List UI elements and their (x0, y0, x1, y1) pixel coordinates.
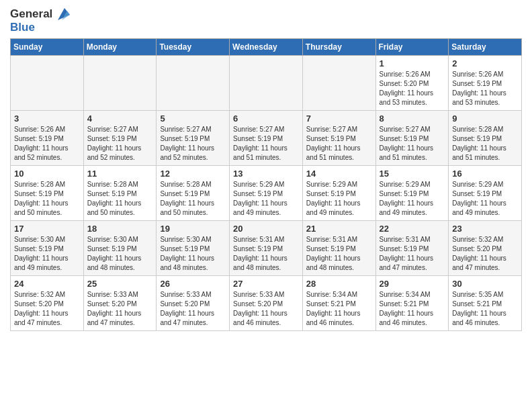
day-number: 5 (160, 113, 226, 124)
day-info: Sunrise: 5:29 AMSunset: 5:19 PMDaylight:… (306, 180, 372, 218)
day-number: 4 (87, 113, 153, 124)
day-number: 13 (233, 169, 299, 179)
day-info: Sunrise: 5:32 AMSunset: 5:20 PMDaylight:… (452, 235, 518, 273)
day-info: Sunrise: 5:32 AMSunset: 5:20 PMDaylight:… (14, 290, 80, 328)
day-cell: 1Sunrise: 5:26 AMSunset: 5:20 PMDaylight… (375, 55, 449, 110)
day-number: 9 (452, 113, 518, 124)
day-info: Sunrise: 5:29 AMSunset: 5:19 PMDaylight:… (380, 180, 445, 218)
week-row-1: 1Sunrise: 5:26 AMSunset: 5:20 PMDaylight… (11, 55, 522, 110)
day-cell: 16Sunrise: 5:29 AMSunset: 5:19 PMDayligh… (449, 165, 522, 220)
day-cell (11, 55, 84, 110)
day-info: Sunrise: 5:29 AMSunset: 5:19 PMDaylight:… (452, 180, 518, 218)
day-cell: 10Sunrise: 5:28 AMSunset: 5:19 PMDayligh… (11, 165, 84, 220)
day-info: Sunrise: 5:34 AMSunset: 5:21 PMDaylight:… (380, 290, 445, 328)
day-info: Sunrise: 5:27 AMSunset: 5:19 PMDaylight:… (233, 125, 299, 163)
week-row-4: 17Sunrise: 5:30 AMSunset: 5:19 PMDayligh… (11, 220, 522, 275)
weekday-header-wednesday: Wednesday (230, 38, 303, 55)
day-number: 7 (306, 113, 372, 124)
day-cell: 20Sunrise: 5:31 AMSunset: 5:19 PMDayligh… (230, 220, 303, 275)
day-info: Sunrise: 5:27 AMSunset: 5:19 PMDaylight:… (160, 125, 226, 163)
day-cell: 5Sunrise: 5:27 AMSunset: 5:19 PMDaylight… (157, 110, 230, 165)
day-number: 25 (87, 279, 153, 289)
day-cell: 3Sunrise: 5:26 AMSunset: 5:19 PMDaylight… (11, 110, 84, 165)
day-number: 16 (452, 169, 518, 179)
day-cell: 4Sunrise: 5:27 AMSunset: 5:19 PMDaylight… (83, 110, 157, 165)
day-info: Sunrise: 5:35 AMSunset: 5:21 PMDaylight:… (452, 290, 518, 328)
day-number: 15 (380, 169, 445, 179)
day-cell: 7Sunrise: 5:27 AMSunset: 5:19 PMDaylight… (302, 110, 375, 165)
day-number: 3 (14, 113, 80, 124)
day-info: Sunrise: 5:28 AMSunset: 5:19 PMDaylight:… (160, 180, 226, 218)
calendar: SundayMondayTuesdayWednesdayThursdayFrid… (10, 38, 522, 331)
day-number: 20 (233, 224, 299, 234)
weekday-header-monday: Monday (83, 38, 157, 55)
day-cell (157, 55, 230, 110)
logo-general: General (10, 8, 52, 21)
day-number: 27 (233, 279, 299, 289)
day-cell: 27Sunrise: 5:33 AMSunset: 5:20 PMDayligh… (230, 275, 303, 330)
day-info: Sunrise: 5:31 AMSunset: 5:19 PMDaylight:… (233, 235, 299, 273)
day-info: Sunrise: 5:30 AMSunset: 5:19 PMDaylight:… (87, 235, 153, 273)
day-cell: 22Sunrise: 5:31 AMSunset: 5:19 PMDayligh… (375, 220, 449, 275)
week-row-5: 24Sunrise: 5:32 AMSunset: 5:20 PMDayligh… (11, 275, 522, 330)
day-cell: 15Sunrise: 5:29 AMSunset: 5:19 PMDayligh… (375, 165, 449, 220)
day-info: Sunrise: 5:31 AMSunset: 5:19 PMDaylight:… (306, 235, 372, 273)
day-cell: 17Sunrise: 5:30 AMSunset: 5:19 PMDayligh… (11, 220, 84, 275)
day-number: 8 (380, 113, 445, 124)
day-cell: 2Sunrise: 5:26 AMSunset: 5:19 PMDaylight… (449, 55, 522, 110)
day-number: 1 (380, 58, 445, 68)
day-info: Sunrise: 5:30 AMSunset: 5:19 PMDaylight:… (160, 235, 226, 273)
day-cell: 25Sunrise: 5:33 AMSunset: 5:20 PMDayligh… (83, 275, 157, 330)
day-number: 12 (160, 169, 226, 179)
day-cell: 28Sunrise: 5:34 AMSunset: 5:21 PMDayligh… (302, 275, 375, 330)
day-number: 28 (306, 279, 372, 289)
day-cell: 8Sunrise: 5:27 AMSunset: 5:19 PMDaylight… (375, 110, 449, 165)
day-cell: 14Sunrise: 5:29 AMSunset: 5:19 PMDayligh… (302, 165, 375, 220)
day-number: 29 (380, 279, 445, 289)
day-number: 22 (380, 224, 445, 234)
day-cell: 21Sunrise: 5:31 AMSunset: 5:19 PMDayligh… (302, 220, 375, 275)
day-info: Sunrise: 5:26 AMSunset: 5:19 PMDaylight:… (14, 125, 80, 163)
week-row-3: 10Sunrise: 5:28 AMSunset: 5:19 PMDayligh… (11, 165, 522, 220)
day-info: Sunrise: 5:30 AMSunset: 5:19 PMDaylight:… (14, 235, 80, 273)
day-cell: 18Sunrise: 5:30 AMSunset: 5:19 PMDayligh… (83, 220, 157, 275)
day-info: Sunrise: 5:26 AMSunset: 5:19 PMDaylight:… (452, 70, 518, 107)
day-cell (230, 55, 303, 110)
day-number: 6 (233, 113, 299, 124)
day-info: Sunrise: 5:33 AMSunset: 5:20 PMDaylight:… (160, 290, 226, 328)
day-info: Sunrise: 5:33 AMSunset: 5:20 PMDaylight:… (87, 290, 153, 328)
day-cell: 23Sunrise: 5:32 AMSunset: 5:20 PMDayligh… (449, 220, 522, 275)
day-cell: 11Sunrise: 5:28 AMSunset: 5:19 PMDayligh… (83, 165, 157, 220)
day-number: 14 (306, 169, 372, 179)
day-cell: 12Sunrise: 5:28 AMSunset: 5:19 PMDayligh… (157, 165, 230, 220)
weekday-header-sunday: Sunday (11, 38, 84, 55)
weekday-header-thursday: Thursday (302, 38, 375, 55)
day-info: Sunrise: 5:33 AMSunset: 5:20 PMDaylight:… (233, 290, 299, 328)
day-cell: 24Sunrise: 5:32 AMSunset: 5:20 PMDayligh… (11, 275, 84, 330)
day-cell: 19Sunrise: 5:30 AMSunset: 5:19 PMDayligh… (157, 220, 230, 275)
day-number: 24 (14, 279, 80, 289)
weekday-header-friday: Friday (375, 38, 449, 55)
day-number: 10 (14, 169, 80, 179)
day-number: 18 (87, 224, 153, 234)
day-number: 30 (452, 279, 518, 289)
day-info: Sunrise: 5:34 AMSunset: 5:21 PMDaylight:… (306, 290, 372, 328)
day-number: 11 (87, 169, 153, 179)
day-cell: 29Sunrise: 5:34 AMSunset: 5:21 PMDayligh… (375, 275, 449, 330)
day-cell: 13Sunrise: 5:29 AMSunset: 5:19 PMDayligh… (230, 165, 303, 220)
logo-blue: Blue (10, 21, 70, 34)
day-info: Sunrise: 5:27 AMSunset: 5:19 PMDaylight:… (306, 125, 372, 163)
day-info: Sunrise: 5:27 AMSunset: 5:19 PMDaylight:… (380, 125, 445, 163)
day-info: Sunrise: 5:27 AMSunset: 5:19 PMDaylight:… (87, 125, 153, 163)
logo-icon (52, 7, 70, 21)
day-info: Sunrise: 5:26 AMSunset: 5:20 PMDaylight:… (380, 70, 445, 107)
weekday-header-row: SundayMondayTuesdayWednesdayThursdayFrid… (11, 38, 522, 55)
day-info: Sunrise: 5:31 AMSunset: 5:19 PMDaylight:… (380, 235, 445, 273)
logo: General Blue (10, 7, 70, 34)
day-number: 17 (14, 224, 80, 234)
day-info: Sunrise: 5:28 AMSunset: 5:19 PMDaylight:… (87, 180, 153, 218)
day-cell: 6Sunrise: 5:27 AMSunset: 5:19 PMDaylight… (230, 110, 303, 165)
day-number: 19 (160, 224, 226, 234)
weekday-header-tuesday: Tuesday (157, 38, 230, 55)
day-info: Sunrise: 5:29 AMSunset: 5:19 PMDaylight:… (233, 180, 299, 218)
